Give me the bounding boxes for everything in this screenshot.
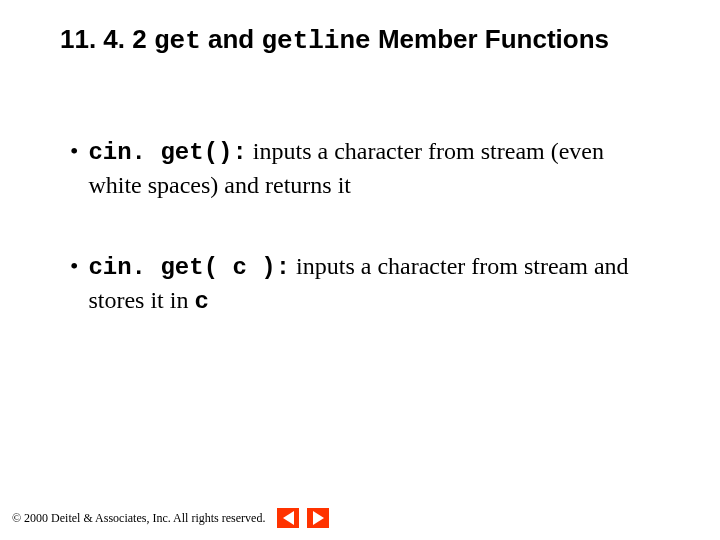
bullet-dot: • — [70, 135, 78, 202]
triangle-right-icon — [313, 511, 324, 525]
list-item: • cin. get(): inputs a character from st… — [70, 135, 660, 202]
title-mid: and — [201, 24, 262, 54]
list-item: • cin. get( c ): inputs a character from… — [70, 250, 660, 319]
prev-button[interactable] — [277, 508, 299, 528]
copyright-text: © 2000 Deitel & Associates, Inc. All rig… — [12, 511, 265, 526]
slide-footer: © 2000 Deitel & Associates, Inc. All rig… — [12, 508, 329, 528]
bullet-text: cin. get( c ): inputs a character from s… — [88, 250, 660, 319]
title-code-get: get — [154, 26, 201, 56]
nav-buttons — [277, 508, 329, 528]
bullet-text: cin. get(): inputs a character from stre… — [88, 135, 660, 202]
bullet-code-tail: c — [194, 288, 208, 315]
title-prefix: 11. 4. 2 — [60, 24, 154, 54]
bullet-code: cin. get(): — [88, 139, 246, 166]
next-button[interactable] — [307, 508, 329, 528]
slide-content: • cin. get(): inputs a character from st… — [70, 135, 660, 367]
slide-title: 11. 4. 2 get and getline Member Function… — [60, 24, 680, 56]
triangle-left-icon — [283, 511, 294, 525]
title-code-getline: getline — [261, 26, 370, 56]
title-suffix: Member Functions — [371, 24, 609, 54]
bullet-dot: • — [70, 250, 78, 319]
bullet-code: cin. get( c ): — [88, 254, 290, 281]
